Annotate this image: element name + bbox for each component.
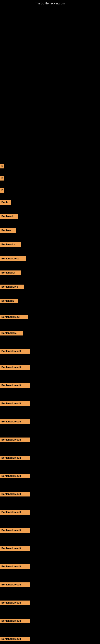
result-item-19: Bottleneck result xyxy=(0,438,30,442)
result-item-30: Bottleneck result xyxy=(0,637,30,642)
result-item-24: Bottleneck result xyxy=(0,528,30,533)
result-item-17: Bottleneck result xyxy=(0,401,30,406)
result-item-13: Bottleneck re xyxy=(0,331,23,336)
result-item-23: Bottleneck result xyxy=(0,510,30,514)
result-item-18: Bottleneck result xyxy=(0,420,30,424)
result-item-8: Bottleneck resu xyxy=(0,256,26,261)
result-item-7: Bottleneck r xyxy=(0,242,21,247)
result-item-15: Bottleneck result xyxy=(0,365,30,370)
result-item-2: B xyxy=(0,176,4,180)
result-item-28: Bottleneck result xyxy=(0,600,30,605)
result-item-22: Bottleneck result xyxy=(0,492,30,496)
result-item-25: Bottleneck result xyxy=(0,546,30,551)
result-item-6: Bottlene xyxy=(0,228,16,233)
result-item-11: Bottleneck xyxy=(0,299,18,303)
result-item-20: Bottleneck result xyxy=(0,456,30,460)
result-item-5: Bottleneck xyxy=(0,214,18,219)
result-item-27: Bottleneck result xyxy=(0,582,30,587)
result-item-16: Bottleneck result xyxy=(0,383,30,388)
result-item-1: B xyxy=(0,164,4,168)
result-item-21: Bottleneck result xyxy=(0,474,30,478)
result-item-12: Bottleneck resul xyxy=(0,315,28,320)
result-item-4: Bottle xyxy=(0,200,11,205)
result-item-29: Bottleneck result xyxy=(0,619,30,623)
result-item-26: Bottleneck result xyxy=(0,564,30,569)
result-item-10: Bottleneck res xyxy=(0,284,24,289)
result-item-9: Bottleneck r xyxy=(0,270,21,275)
result-item-3: B xyxy=(0,188,4,192)
result-item-14: Bottleneck result xyxy=(0,349,30,354)
site-title: TheBottlenecker.com xyxy=(0,0,100,7)
